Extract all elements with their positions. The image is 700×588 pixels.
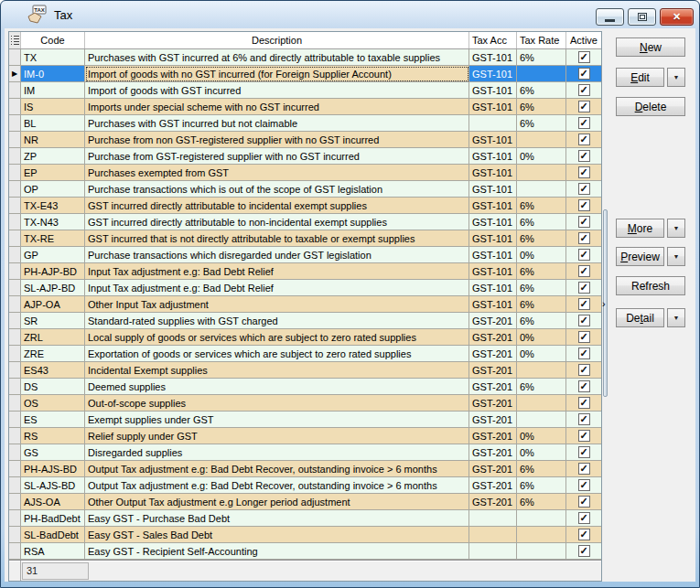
active-checkbox[interactable]: ✓ bbox=[578, 479, 590, 491]
tax-rate-cell: 6% bbox=[517, 82, 566, 99]
table-row[interactable]: ▶ OS Out-of-scope supplies GST-201 ✓ bbox=[9, 395, 601, 412]
active-checkbox[interactable]: ✓ bbox=[578, 68, 590, 80]
table-row[interactable]: ▶ ES43 Incidental Exempt supplies GST-20… bbox=[9, 362, 601, 379]
tax-rate-cell: 6% bbox=[517, 379, 566, 395]
titlebar[interactable]: TAX Tax ✕ bbox=[1, 1, 699, 28]
active-checkbox[interactable]: ✓ bbox=[578, 298, 590, 310]
action-button-panel: New Edit ▼ Delete More ▼ Preview ▼ Refre… bbox=[616, 28, 685, 582]
active-checkbox[interactable]: ✓ bbox=[578, 529, 590, 540]
active-checkbox[interactable]: ✓ bbox=[578, 101, 590, 112]
table-row[interactable]: ▶ NR Purchase from non GST-registered su… bbox=[9, 132, 601, 148]
active-checkbox[interactable]: ✓ bbox=[578, 51, 590, 63]
table-row[interactable]: ▶ IS Imports under special scheme with n… bbox=[9, 99, 601, 115]
maximize-button[interactable] bbox=[628, 8, 656, 26]
table-row[interactable]: ▶ AJP-OA Other Input Tax adjustment GST-… bbox=[9, 296, 601, 313]
table-row[interactable]: ▶ EP Purchases exempted from GST GST-101… bbox=[9, 165, 601, 181]
table-row[interactable]: ▶ ZP Purchase from GST-registered suppli… bbox=[9, 148, 601, 165]
table-row[interactable]: ▶ GS Disregarded supplies GST-201 0% ✓ bbox=[9, 444, 601, 461]
tax-acc-cell: GST-101 bbox=[469, 132, 517, 148]
active-checkbox[interactable]: ✓ bbox=[578, 463, 590, 475]
column-header-active[interactable]: Active bbox=[566, 32, 601, 48]
table-row[interactable]: ▶ TX-N43 GST incurred directly attributa… bbox=[9, 214, 601, 230]
description-cell: Disregarded supplies bbox=[85, 444, 469, 461]
more-button-action[interactable]: More bbox=[616, 219, 664, 238]
table-row[interactable]: ▶ SL-AJP-BD Input Tax adjustment e.g: Ba… bbox=[9, 280, 601, 296]
detail-button-dropdown[interactable]: ▼ bbox=[667, 308, 685, 327]
chevron-right-icon: › bbox=[602, 298, 606, 308]
table-row[interactable]: ▶ IM Import of goods with GST incurred G… bbox=[9, 82, 601, 99]
edit-button-action[interactable]: Edit bbox=[616, 68, 664, 87]
row-indicator-cell: ▶ bbox=[9, 132, 21, 148]
active-checkbox[interactable]: ✓ bbox=[578, 545, 590, 557]
column-header-code[interactable]: Code bbox=[21, 32, 85, 48]
column-header-tax-acc[interactable]: Tax Acc bbox=[469, 32, 517, 48]
active-checkbox[interactable]: ✓ bbox=[578, 150, 590, 162]
delete-button-action[interactable]: Delete bbox=[616, 97, 685, 116]
active-checkbox[interactable]: ✓ bbox=[578, 331, 590, 343]
minimize-button[interactable] bbox=[596, 8, 624, 26]
active-checkbox[interactable]: ✓ bbox=[578, 413, 590, 425]
table-row[interactable]: ▶ SL-AJS-BD Output Tax adjustment e.g: B… bbox=[9, 477, 601, 494]
active-checkbox[interactable]: ✓ bbox=[578, 166, 590, 178]
table-row[interactable]: ▶ OP Purchase transactions which is out … bbox=[9, 181, 601, 198]
panel-splitter[interactable]: › bbox=[603, 209, 608, 397]
list-icon bbox=[11, 36, 19, 46]
table-row[interactable]: ▶ GP Purchase transactions which disrega… bbox=[9, 247, 601, 263]
active-checkbox[interactable]: ✓ bbox=[578, 199, 590, 211]
preview-button-dropdown[interactable]: ▼ bbox=[667, 247, 685, 266]
new-button-action[interactable]: New bbox=[616, 37, 685, 57]
active-checkbox[interactable]: ✓ bbox=[578, 249, 590, 261]
active-checkbox[interactable]: ✓ bbox=[578, 397, 590, 409]
active-checkbox[interactable]: ✓ bbox=[578, 282, 590, 294]
table-row[interactable]: ▶ RSA Easy GST - Recipient Self-Accounti… bbox=[9, 543, 601, 560]
active-checkbox[interactable]: ✓ bbox=[578, 117, 590, 129]
table-row[interactable]: ▶ TX Purchases with GST incurred at 6% a… bbox=[9, 49, 601, 66]
active-checkbox[interactable]: ✓ bbox=[578, 496, 590, 508]
active-checkbox[interactable]: ✓ bbox=[578, 347, 590, 359]
active-checkbox[interactable]: ✓ bbox=[578, 512, 590, 524]
refresh-button-action[interactable]: Refresh bbox=[616, 276, 685, 295]
active-checkbox[interactable]: ✓ bbox=[578, 364, 590, 376]
close-button[interactable]: ✕ bbox=[660, 8, 694, 26]
active-checkbox[interactable]: ✓ bbox=[578, 84, 590, 96]
current-row-arrow-icon: ▶ bbox=[12, 70, 17, 78]
table-row[interactable]: ▶ PH-AJP-BD Input Tax adjustment e.g: Ba… bbox=[9, 263, 601, 280]
table-row[interactable]: ▶ TX-E43 GST incurred directly attributa… bbox=[9, 198, 601, 214]
table-row[interactable]: ▶ PH-AJS-BD Output Tax adjustment e.g: B… bbox=[9, 461, 601, 477]
table-row[interactable]: ▶ ZRL Local supply of goods or services … bbox=[9, 329, 601, 346]
row-indicator-header[interactable] bbox=[9, 32, 21, 48]
active-checkbox[interactable]: ✓ bbox=[578, 134, 590, 145]
active-cell: ✓ bbox=[566, 296, 601, 313]
more-button-dropdown[interactable]: ▼ bbox=[667, 219, 685, 238]
table-row[interactable]: ▶ ES Exempt supplies under GST GST-201 ✓ bbox=[9, 412, 601, 428]
table-row[interactable]: ▶ RS Relief supply under GST GST-201 0% … bbox=[9, 428, 601, 444]
code-cell: GS bbox=[21, 444, 85, 461]
table-row[interactable]: ▶ BL Purchases with GST incurred but not… bbox=[9, 115, 601, 132]
edit-button-dropdown[interactable]: ▼ bbox=[667, 68, 685, 87]
active-checkbox[interactable]: ✓ bbox=[578, 430, 590, 442]
active-checkbox[interactable]: ✓ bbox=[578, 265, 590, 277]
column-header-tax-rate[interactable]: Tax Rate bbox=[517, 32, 566, 48]
preview-button-action[interactable]: Preview bbox=[616, 247, 664, 266]
row-indicator-cell: ▶ bbox=[9, 395, 21, 412]
table-row[interactable]: ▶ DS Deemed supplies GST-201 6% ✓ bbox=[9, 379, 601, 395]
tax-rate-cell: 6% bbox=[517, 494, 566, 510]
table-row[interactable]: ▶ SR Standard-rated supplies with GST ch… bbox=[9, 313, 601, 329]
table-row[interactable]: ▶ TX-RE GST incurred that is not directl… bbox=[9, 230, 601, 247]
active-checkbox[interactable]: ✓ bbox=[578, 380, 590, 392]
active-checkbox[interactable]: ✓ bbox=[578, 446, 590, 458]
tax-rate-cell: 6% bbox=[517, 214, 566, 230]
table-row[interactable]: ▶ PH-BadDebt Easy GST - Purchase Bad Deb… bbox=[9, 510, 601, 527]
active-checkbox[interactable]: ✓ bbox=[578, 183, 590, 195]
table-row[interactable]: ▶ SL-BadDebt Easy GST - Sales Bad Debt ✓ bbox=[9, 527, 601, 543]
active-checkbox[interactable]: ✓ bbox=[578, 216, 590, 228]
table-row[interactable]: ▶ AJS-OA Other Output Tax adjustment e.g… bbox=[9, 494, 601, 510]
active-checkbox[interactable]: ✓ bbox=[578, 315, 590, 326]
detail-button-action[interactable]: Detail bbox=[616, 308, 664, 327]
table-row[interactable]: ▶ ZRE Exportation of goods or services w… bbox=[9, 346, 601, 362]
active-checkbox[interactable]: ✓ bbox=[578, 232, 590, 244]
description-cell: Easy GST - Recipient Self-Accounting bbox=[85, 543, 469, 560]
column-header-description[interactable]: Description bbox=[85, 32, 469, 48]
tax-rate-cell: 0% bbox=[517, 346, 566, 362]
table-row[interactable]: ▶ IM-0 Import of goods with no GST incur… bbox=[9, 66, 601, 82]
